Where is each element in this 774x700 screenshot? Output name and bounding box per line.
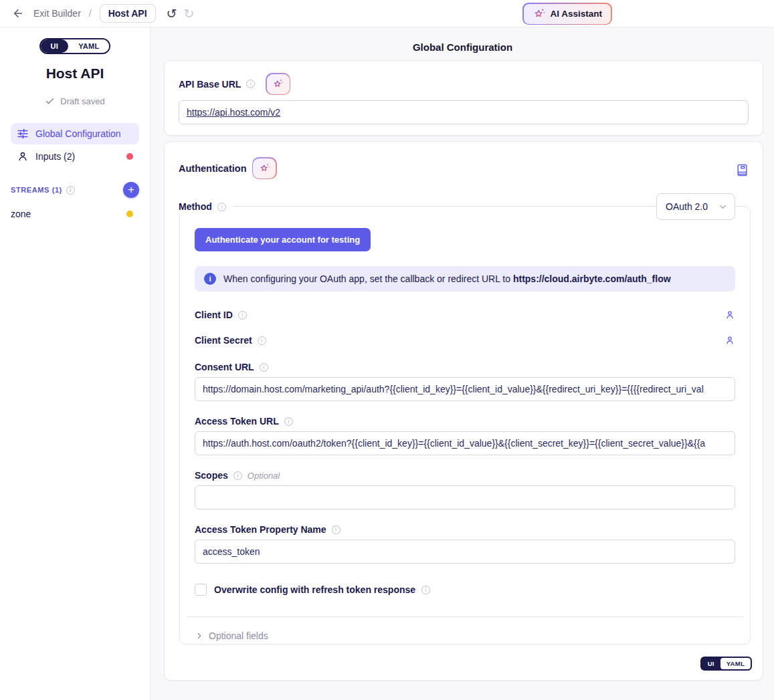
back-arrow-icon[interactable]: [12, 7, 25, 20]
info-icon[interactable]: i: [258, 336, 266, 345]
draft-status: Draft saved: [60, 96, 104, 106]
scopes-field: Scopes i Optional: [195, 470, 735, 509]
client-id-label: Client ID: [195, 310, 233, 320]
ai-sparkle-star-icon: [272, 78, 284, 90]
api-base-url-card: API Base URL i: [164, 60, 763, 136]
check-icon: [45, 96, 55, 106]
scopes-label: Scopes: [195, 470, 228, 481]
user-secret-icon[interactable]: [724, 335, 735, 346]
page-title: Global Configuration: [151, 41, 774, 53]
callout-url: https://cloud.airbyte.com/auth_flow: [513, 273, 671, 284]
info-icon[interactable]: i: [217, 203, 226, 211]
ai-assist-field-button[interactable]: [252, 157, 277, 179]
connector-title: Host API: [0, 66, 150, 82]
connector-name-field[interactable]: Host API: [100, 4, 156, 23]
sidebar-item-global-configuration[interactable]: Global Configuration: [11, 123, 139, 144]
stream-label: zone: [11, 209, 31, 219]
access-token-property-label: Access Token Property Name: [195, 524, 326, 535]
divider: [187, 616, 743, 617]
sidebar: UI YAML Host API Draft saved Global Conf…: [0, 27, 151, 700]
ai-sparkle-star-icon: [258, 162, 271, 174]
info-filled-icon: i: [204, 273, 216, 285]
scopes-input[interactable]: [195, 485, 735, 509]
consent-url-label: Consent URL: [195, 362, 254, 372]
access-token-url-field: Access Token URL i: [195, 416, 735, 455]
info-icon[interactable]: i: [260, 363, 268, 372]
method-label: Method: [179, 201, 212, 212]
sidebar-item-label: Inputs (2): [35, 151, 75, 162]
optional-fields-label: Optional fields: [209, 630, 268, 641]
oauth-callback-callout: i When configuring your OAuth app, set t…: [195, 266, 735, 291]
info-icon[interactable]: i: [238, 311, 247, 320]
client-secret-label: Client Secret: [195, 335, 252, 346]
streams-header: STREAMS (1): [11, 186, 62, 194]
info-icon[interactable]: i: [284, 417, 293, 426]
breadcrumb-separator: /: [89, 8, 92, 19]
toggle-ui-option[interactable]: UI: [702, 658, 720, 669]
authenticate-button[interactable]: Authenticate your account for testing: [195, 228, 371, 251]
ai-sparkle-star-icon: [533, 7, 546, 21]
info-icon[interactable]: i: [66, 186, 75, 195]
api-base-url-label: API Base URL: [179, 79, 241, 90]
undo-icon[interactable]: ↺: [167, 7, 177, 20]
breadcrumb-exit-builder[interactable]: Exit Builder: [33, 8, 81, 19]
callout-text: When configuring your OAuth app, set the…: [223, 273, 513, 284]
redo-icon: ↻: [183, 7, 194, 20]
toggle-ui-option[interactable]: UI: [41, 39, 69, 53]
authentication-label: Authentication: [179, 163, 247, 174]
sidebar-item-inputs[interactable]: Inputs (2): [11, 146, 139, 167]
toggle-yaml-option[interactable]: YAML: [720, 658, 751, 669]
oauth-config-panel: Authenticate your account for testing i …: [179, 206, 751, 645]
client-secret-row: Client Secret i: [195, 334, 735, 347]
toggle-yaml-option[interactable]: YAML: [68, 39, 109, 53]
ai-assist-field-button[interactable]: [266, 73, 290, 95]
documentation-book-icon[interactable]: [737, 164, 748, 177]
add-stream-button[interactable]: +: [123, 182, 139, 198]
ui-yaml-toggle[interactable]: UI YAML: [39, 38, 111, 54]
overwrite-config-label: Overwrite config with refresh token resp…: [214, 584, 415, 595]
client-id-row: Client ID i: [195, 308, 735, 322]
info-icon[interactable]: i: [246, 80, 255, 88]
info-icon[interactable]: i: [332, 526, 341, 534]
sidebar-stream-zone[interactable]: zone: [11, 203, 139, 225]
consent-url-input[interactable]: [195, 377, 735, 401]
info-icon[interactable]: i: [421, 586, 430, 594]
info-icon[interactable]: i: [233, 471, 242, 480]
optional-tag: Optional: [248, 471, 280, 481]
stream-status-dot: [126, 211, 133, 217]
chevron-right-icon: [195, 631, 204, 640]
api-base-url-input[interactable]: [179, 100, 749, 124]
person-icon: [17, 150, 29, 162]
top-bar: Exit Builder / Host API ↺ ↻ AI Assistant: [0, 0, 774, 27]
authentication-card: Authentication Metho: [164, 141, 763, 681]
method-selected-value: OAuth 2.0: [666, 201, 708, 212]
consent-url-field: Consent URL i: [195, 362, 735, 401]
inputs-status-dot: [126, 153, 133, 160]
optional-fields-toggle[interactable]: Optional fields: [195, 630, 735, 641]
ai-assistant-label: AI Assistant: [551, 9, 603, 19]
user-secret-icon[interactable]: [724, 310, 735, 320]
access-token-url-input[interactable]: [195, 431, 735, 455]
main-content: Global Configuration API Base URL i Auth…: [151, 27, 774, 700]
ai-assistant-button[interactable]: AI Assistant: [522, 3, 612, 25]
sidebar-item-label: Global Configuration: [35, 128, 121, 139]
overwrite-config-checkbox[interactable]: [195, 584, 207, 596]
overwrite-config-row: Overwrite config with refresh token resp…: [195, 584, 735, 596]
access-token-property-field: Access Token Property Name i: [195, 524, 735, 564]
chevron-down-icon: [718, 202, 728, 212]
card-ui-yaml-toggle[interactable]: UI YAML: [700, 657, 752, 671]
access-token-property-input[interactable]: [195, 540, 735, 564]
method-select[interactable]: OAuth 2.0: [656, 193, 735, 220]
sliders-icon: [17, 128, 29, 140]
access-token-url-label: Access Token URL: [195, 416, 279, 427]
